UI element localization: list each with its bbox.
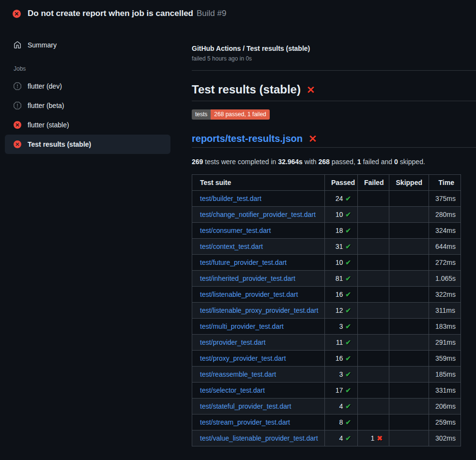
skipped-cell (389, 383, 429, 399)
suite-cell: test/reassemble_test.dart (192, 367, 325, 383)
failed-cell (358, 383, 389, 399)
passed-cell: 24✔ (325, 191, 358, 207)
results-table: Test suite Passed Failed Skipped Time te… (192, 174, 461, 446)
suite-link[interactable]: test/listenable_proxy_provider_test.dart (200, 307, 318, 314)
suite-link[interactable]: test/provider_test.dart (200, 338, 265, 346)
failed-cell (358, 335, 389, 351)
passed-cell: 17✔ (325, 383, 358, 399)
table-header-row: Test suite Passed Failed Skipped Time (192, 175, 461, 191)
skipped-cell (389, 223, 429, 239)
table-row: test/change_notifier_provider_test.dart1… (192, 207, 461, 223)
time-cell: 272ms (429, 255, 461, 271)
summary-number: 268 (319, 158, 330, 166)
home-icon (14, 41, 21, 49)
sidebar-item-flutter-dev[interactable]: flutter (dev) (5, 77, 170, 96)
sidebar-item-flutter-beta[interactable]: flutter (beta) (5, 96, 170, 115)
suite-link[interactable]: test/change_notifier_provider_test.dart (200, 211, 316, 218)
results-table-body: test/builder_test.dart24✔375mstest/chang… (192, 191, 461, 446)
count-value: 1 (370, 434, 374, 442)
run-status-line: failed 5 hours ago in 0s (192, 55, 476, 62)
jobs-section-label: Jobs (14, 65, 184, 72)
time-cell: 324ms (429, 223, 461, 239)
skipped-cell (389, 207, 429, 223)
stop-icon (14, 102, 21, 109)
time-cell: 291ms (429, 335, 461, 351)
time-cell: 302ms (429, 430, 461, 446)
suite-link[interactable]: test/future_provider_test.dart (200, 259, 287, 266)
time-cell: 322ms (429, 287, 461, 303)
suite-link[interactable]: test/reassemble_test.dart (200, 370, 276, 378)
suite-cell: test/selector_test.dart (192, 383, 325, 399)
suite-link[interactable]: test/stream_provider_test.dart (200, 418, 290, 426)
report-link[interactable]: reports/test-results.json (192, 133, 303, 144)
sidebar: Summary Jobs flutter (dev)flutter (beta)… (0, 27, 184, 154)
check-icon: ✔ (345, 291, 351, 298)
check-icon: ✔ (345, 354, 351, 362)
check-icon: ✔ (345, 370, 351, 378)
suite-link[interactable]: test/builder_test.dart (200, 195, 261, 202)
summary-number: 32.964s (278, 158, 303, 166)
suite-cell: test/listenable_proxy_provider_test.dart (192, 303, 325, 319)
failed-cell (358, 191, 389, 207)
suite-link[interactable]: test/consumer_test.dart (200, 227, 271, 234)
count-value: 8 (339, 418, 343, 426)
sidebar-item-summary[interactable]: Summary (5, 35, 170, 55)
summary-number: 269 (192, 158, 203, 166)
fail-x-icon: ✕ (307, 85, 315, 95)
summary-text: failed and (361, 158, 395, 166)
count-value: 16 (336, 354, 343, 362)
table-row: test/builder_test.dart24✔375ms (192, 191, 461, 207)
passed-cell: 81✔ (325, 271, 358, 287)
suite-cell: test/provider_test.dart (192, 335, 325, 351)
count-value: 4 (339, 434, 343, 442)
build-number: Build #9 (197, 9, 226, 18)
count-value: 24 (336, 195, 343, 202)
check-icon: ✔ (345, 227, 351, 234)
time-cell: 1.065s (429, 271, 461, 287)
count-value: 3 (339, 322, 343, 330)
suite-link[interactable]: test/multi_provider_test.dart (200, 322, 284, 330)
skipped-cell (389, 191, 429, 207)
table-row: test/provider_test.dart11✔291ms (192, 335, 461, 351)
fail-x-icon: ✕ (308, 134, 317, 144)
cross-icon: ✖ (377, 434, 383, 442)
report-title: reports/test-results.json ✕ (192, 133, 476, 148)
suite-cell: test/value_listenable_provider_test.dart (192, 430, 325, 446)
time-cell: 185ms (429, 367, 461, 383)
suite-link[interactable]: test/listenable_provider_test.dart (200, 291, 298, 298)
summary-line: 269 tests were completed in 32.964s with… (192, 158, 476, 166)
suite-link[interactable]: test/context_test.dart (200, 243, 263, 250)
failed-cell (358, 303, 389, 319)
summary-text: with (303, 158, 319, 166)
job-label: flutter (beta) (28, 102, 64, 109)
col-skipped: Skipped (389, 175, 429, 191)
table-row: test/selector_test.dart17✔331ms (192, 383, 461, 399)
count-value: 10 (336, 259, 343, 266)
passed-cell: 18✔ (325, 223, 358, 239)
suite-link[interactable]: test/value_listenable_provider_test.dart (200, 434, 318, 442)
failed-cell (358, 271, 389, 287)
table-row: test/value_listenable_provider_test.dart… (192, 430, 461, 446)
suite-link[interactable]: test/proxy_provider_test.dart (200, 354, 286, 362)
time-cell: 331ms (429, 383, 461, 399)
summary-text: tests were completed in (203, 158, 278, 166)
passed-cell: 4✔ (325, 399, 358, 414)
time-cell: 359ms (429, 351, 461, 367)
suite-cell: test/context_test.dart (192, 239, 325, 255)
sidebar-item-flutter-stable[interactable]: flutter (stable) (5, 115, 170, 135)
count-value: 10 (336, 211, 343, 218)
table-row: test/proxy_provider_test.dart16✔359ms (192, 351, 461, 367)
stop-icon (14, 82, 21, 90)
suite-link[interactable]: test/stateful_provider_test.dart (200, 402, 291, 410)
suite-link[interactable]: test/inherited_provider_test.dart (200, 275, 295, 282)
check-icon: ✔ (345, 211, 351, 218)
skipped-cell (389, 255, 429, 271)
check-icon: ✔ (345, 307, 351, 314)
suite-link[interactable]: test/selector_test.dart (200, 386, 265, 394)
job-label: flutter (stable) (28, 121, 69, 129)
sidebar-item-test-results-stable[interactable]: Test results (stable) (5, 135, 170, 154)
check-icon: ✔ (345, 418, 351, 426)
count-value: 31 (336, 243, 343, 250)
check-icon: ✔ (345, 338, 351, 346)
col-time: Time (429, 175, 461, 191)
